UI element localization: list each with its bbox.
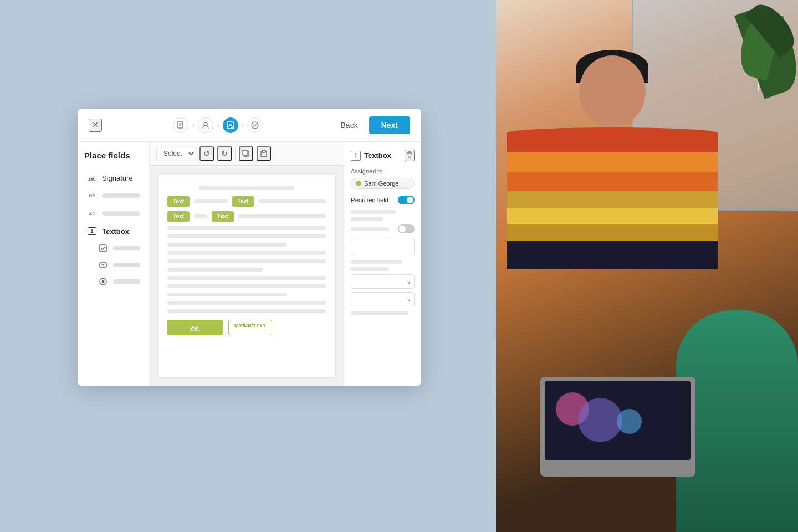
- doc-content-line-4: [167, 251, 326, 255]
- chart-bubble-2: [578, 398, 622, 442]
- panel-dropdown-2[interactable]: ∨: [351, 292, 415, 306]
- right-panel: 1 Textbox Assigned to Sam George Require…: [344, 142, 421, 386]
- doc-content-line-1: [167, 226, 326, 230]
- modal-header: × › ›: [78, 109, 421, 142]
- toolbar-divider: [235, 148, 236, 159]
- sweater-stripe-1: [507, 152, 718, 172]
- required-field-label: Required field: [351, 197, 388, 203]
- document-area: Select ↺ ↻: [150, 142, 344, 386]
- dropdown-1-arrow: ∨: [407, 279, 411, 285]
- sweater-stripe-2: [507, 172, 718, 191]
- date-icon: 24: [86, 208, 98, 219]
- doc-content: Text Text Text Text: [150, 166, 344, 386]
- doc-line-end-2: [238, 214, 326, 218]
- field-tag-1[interactable]: Text: [167, 196, 190, 207]
- field-tag-4[interactable]: Text: [212, 211, 234, 222]
- signature-label: Signature: [102, 174, 133, 182]
- radio-placeholder: [113, 279, 140, 284]
- next-button[interactable]: Next: [369, 116, 410, 134]
- doc-view-select[interactable]: Select: [156, 147, 196, 160]
- doc-content-line-2: [167, 234, 326, 238]
- hs-icon: HS: [86, 190, 98, 201]
- step-arrow-3: ›: [242, 121, 244, 130]
- copy-button[interactable]: [239, 146, 253, 161]
- svg-point-4: [204, 122, 207, 126]
- doc-line-end: [258, 200, 326, 203]
- panel-header: 1 Textbox: [351, 150, 415, 161]
- sweater-stripe-3: [507, 191, 718, 208]
- back-button[interactable]: Back: [336, 119, 362, 132]
- doc-content-line-8: [167, 284, 326, 288]
- assigned-name: Sam George: [364, 180, 398, 187]
- step-review[interactable]: [247, 117, 263, 133]
- sweater-stripe-4: [507, 208, 718, 224]
- sidebar-item-date[interactable]: 24: [84, 204, 142, 222]
- panel-dropdown-1[interactable]: ∨: [351, 274, 415, 289]
- doc-content-line-11: [167, 309, 326, 313]
- doc-header-line: [199, 186, 294, 190]
- textbox-label: Textbox: [102, 227, 129, 236]
- head: [579, 55, 646, 127]
- panel-line-2: [351, 217, 383, 221]
- step-document[interactable]: [173, 117, 188, 133]
- sidebar-item-checkbox[interactable]: [84, 240, 142, 257]
- panel-line-1: [351, 210, 396, 214]
- required-field-toggle[interactable]: [398, 196, 415, 204]
- laptop-screen: [545, 381, 691, 460]
- doc-content-line-7: [167, 276, 326, 280]
- doc-toolbar: Select ↺ ↻: [150, 142, 344, 166]
- date-field[interactable]: MM/DD/YYYY: [228, 320, 272, 335]
- redo-button[interactable]: ↻: [217, 146, 232, 161]
- sidebar-item-radio[interactable]: [84, 273, 142, 290]
- doc-fields-row-2: Text Text: [167, 211, 326, 222]
- undo-button[interactable]: ↺: [200, 146, 214, 161]
- sidebar-item-textbox[interactable]: 1 Textbox: [84, 222, 142, 240]
- step-fields-active[interactable]: [223, 117, 238, 133]
- signature-field[interactable]: [167, 320, 223, 335]
- required-field-row: Required field: [351, 196, 415, 204]
- delete-field-button[interactable]: [405, 150, 415, 161]
- checkbox-placeholder: [113, 246, 140, 250]
- secondary-toggle-row: [351, 224, 415, 233]
- hs-placeholder: [102, 193, 140, 198]
- sidebar-item-dropdown[interactable]: [84, 257, 142, 273]
- panel-line-4: [351, 267, 389, 271]
- header-actions: Back Next: [336, 116, 410, 134]
- modal-body: Place fields Signature HS 24: [78, 142, 421, 386]
- pants: [507, 241, 718, 269]
- photo-panel: KEEPCALMANDMAKEIT: [496, 0, 798, 532]
- svg-rect-11: [100, 245, 106, 252]
- chart-bubble-3: [617, 409, 642, 434]
- secondary-toggle[interactable]: [398, 224, 415, 233]
- svg-rect-18: [262, 150, 265, 152]
- field-tag-2[interactable]: Text: [232, 196, 254, 207]
- sidebar-item-hs[interactable]: HS: [84, 187, 142, 204]
- panel-icon: 1: [351, 151, 361, 161]
- dropdown-placeholder: [113, 263, 140, 267]
- field-sidebar: Place fields Signature HS 24: [78, 142, 150, 386]
- step-arrow-1: ›: [192, 121, 195, 130]
- panel-title: Textbox: [364, 151, 391, 160]
- doc-bottom-fields: MM/DD/YYYY: [167, 320, 326, 335]
- sidebar-item-signature[interactable]: Signature: [84, 169, 142, 187]
- laptop: [540, 377, 695, 477]
- panel-text-input[interactable]: [351, 239, 415, 255]
- doc-content-line-5: [167, 259, 326, 263]
- doc-line-gap: [194, 200, 228, 203]
- paste-button[interactable]: [257, 146, 271, 161]
- assigned-to-label: Assigned to: [351, 168, 415, 175]
- doc-page: Text Text Text Text: [158, 175, 335, 377]
- doc-content-line-3: [167, 243, 287, 247]
- field-tag-3[interactable]: Text: [167, 211, 190, 222]
- close-button[interactable]: ×: [89, 119, 102, 132]
- stepper: › › ›: [111, 117, 325, 133]
- step-recipient[interactable]: [198, 117, 213, 133]
- panel-title-row: 1 Textbox: [351, 151, 391, 161]
- assigned-chip[interactable]: Sam George: [351, 178, 415, 189]
- assigned-color-dot: [356, 181, 361, 186]
- date-placeholder-line: [102, 211, 140, 216]
- doc-content-line-9: [167, 293, 287, 296]
- sweater-stripe-5: [507, 224, 718, 241]
- panel-line-3: [351, 260, 402, 264]
- svg-point-14: [102, 280, 105, 283]
